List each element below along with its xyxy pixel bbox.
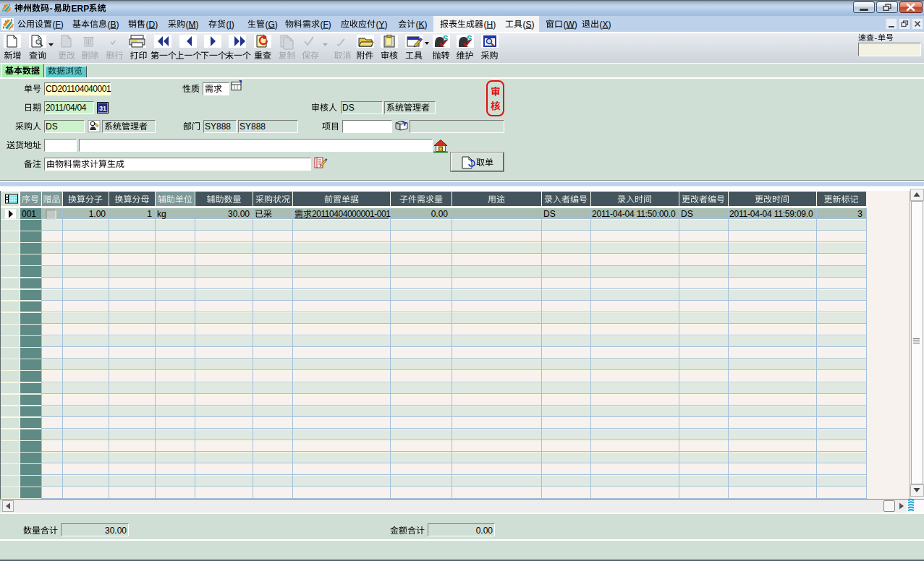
svg-text:31: 31 <box>99 105 106 112</box>
